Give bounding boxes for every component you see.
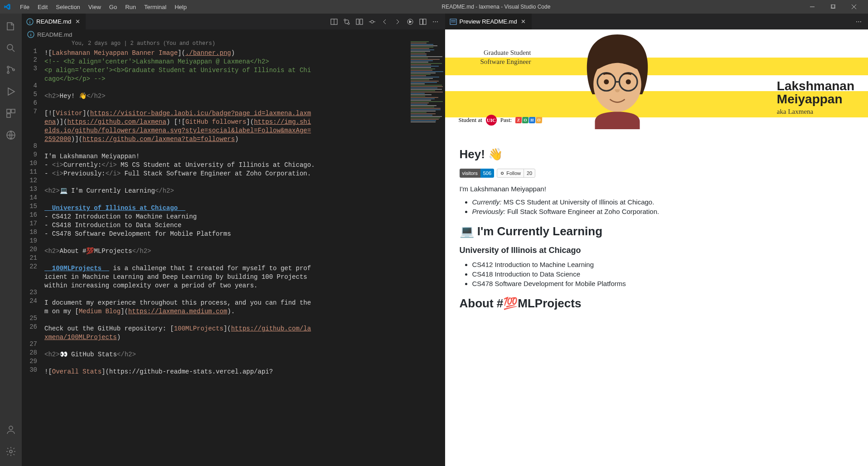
code-line[interactable] [44, 178, 445, 187]
code-line[interactable]: <h2>About #💯MLProjects</h2> [44, 247, 445, 256]
window-title: README.md - laxmena - Visual Studio Code [190, 4, 802, 10]
tab-preview-readme[interactable]: Preview README.md ✕ [445, 14, 532, 29]
menu-help[interactable]: Help [171, 2, 190, 12]
code-line[interactable] [44, 316, 445, 325]
menu-go[interactable]: Go [106, 2, 121, 12]
explorer-icon[interactable] [0, 15, 22, 37]
banner-name: Meiyappan [777, 92, 854, 106]
svg-point-14 [344, 19, 346, 21]
window-controls [802, 0, 864, 14]
editor-tabs: README.md ✕ ⋯ [22, 14, 445, 29]
split-preview-icon[interactable] [329, 17, 339, 27]
code-line[interactable]: __University of Illinois at Chicago__ [44, 204, 445, 213]
svg-rect-6 [7, 109, 10, 113]
close-icon[interactable]: ✕ [520, 18, 527, 25]
split-editor-icon[interactable] [418, 17, 428, 27]
menu-view[interactable]: View [85, 2, 105, 12]
svg-rect-0 [831, 5, 834, 8]
code-line[interactable]: <p align='center'><b>Graduate Student at… [44, 66, 313, 83]
svg-point-10 [9, 426, 13, 430]
activity-bar [0, 14, 22, 466]
code-line[interactable]: __100MLProjects__ is a challenge that I … [44, 264, 313, 290]
code-line[interactable] [44, 195, 445, 204]
code-line[interactable]: I'm Lakshmanan Meiyappan! [44, 152, 445, 161]
code-line[interactable]: <h2>💻 I'm Currently Learning</h2> [44, 187, 445, 195]
heading-learning: 💻 I'm Currently Learning [460, 224, 854, 238]
code-line[interactable]: - <i>Currently:</i> MS CS Student at Uni… [44, 161, 445, 170]
banner-text: Software Engineer [459, 58, 531, 67]
settings-icon[interactable] [0, 441, 22, 462]
code-line[interactable]: - CS412 Introduction to Machine Learning [44, 213, 445, 221]
heading-uic: University of Illinois at Chicago [460, 246, 854, 255]
code-line[interactable]: ![Lakshmanan Meiyappan Banner Image](./b… [44, 49, 445, 58]
svg-rect-7 [11, 109, 15, 113]
code-line[interactable] [44, 101, 445, 109]
run-icon[interactable] [405, 17, 415, 27]
open-changes-icon[interactable] [354, 17, 364, 27]
svg-rect-1 [832, 5, 835, 8]
code-line[interactable]: Check out the GitHub repository: [100MLP… [44, 325, 313, 342]
next-icon[interactable] [393, 17, 402, 27]
code-line[interactable] [44, 144, 445, 152]
maximize-button[interactable] [823, 0, 844, 14]
menu-file[interactable]: File [16, 2, 33, 12]
markdown-preview[interactable]: Graduate Student Software Engineer [445, 29, 868, 466]
code-line[interactable]: <h2>👀 GitHub Stats</h2> [44, 350, 445, 359]
menu-run[interactable]: Run [121, 2, 140, 12]
commit-icon[interactable] [367, 17, 377, 27]
more-icon[interactable]: ⋯ [431, 17, 441, 27]
code-line[interactable]: - CS418 Introduction to Data Science [44, 221, 445, 230]
follow-badge[interactable]: ⭘ Follow 20 [497, 169, 535, 178]
code-line[interactable] [44, 83, 445, 92]
accounts-icon[interactable] [0, 419, 22, 441]
prev-icon[interactable] [380, 17, 390, 27]
svg-rect-17 [360, 19, 363, 24]
run-debug-icon[interactable] [0, 81, 22, 102]
code-line[interactable]: <h2>Hey! 👋</h2> [44, 92, 445, 101]
source-control-icon[interactable] [0, 59, 22, 81]
menu-selection[interactable]: Selection [52, 2, 83, 12]
tab-readme[interactable]: README.md ✕ [22, 14, 86, 29]
search-icon[interactable] [0, 37, 22, 59]
preview-tab-label: Preview README.md [460, 18, 517, 25]
menu-terminal[interactable]: Terminal [141, 2, 170, 12]
menu-edit[interactable]: Edit [34, 2, 51, 12]
extensions-icon[interactable] [0, 102, 22, 124]
code-line[interactable] [44, 290, 445, 299]
avatar-illustration [567, 29, 667, 129]
svg-point-29 [626, 79, 630, 84]
svg-point-18 [371, 20, 373, 23]
code-line[interactable]: - <i>Previously:</i> Full Stack Software… [44, 170, 445, 178]
intro-text: I'm Lakshmanan Meiyappan! [460, 185, 854, 193]
list-item: Previously: Full Stack Software Engineer… [472, 208, 854, 215]
heading-hey: Hey! 👋 [460, 147, 854, 161]
zoho-badge: ZOHO [515, 117, 543, 123]
svg-point-2 [7, 44, 13, 50]
breadcrumb[interactable]: README.md [22, 29, 445, 39]
code-line[interactable] [44, 359, 445, 368]
banner-text: Student at [459, 116, 482, 124]
visitors-badge[interactable]: visitors 506 [460, 169, 495, 178]
code-line[interactable] [44, 256, 445, 264]
code-line[interactable]: ![Overall Stats](https://github-readme-s… [44, 368, 445, 376]
remote-icon[interactable] [0, 124, 22, 146]
vscode-logo-icon [4, 3, 11, 10]
code-line[interactable] [44, 238, 445, 247]
svg-point-15 [348, 23, 349, 24]
close-button[interactable] [844, 0, 864, 14]
code-line[interactable]: [![Visitor](https://visitor-badge.laobi.… [44, 109, 313, 144]
more-icon[interactable]: ⋯ [853, 17, 863, 27]
preview-icon [450, 18, 457, 25]
tab-label: README.md [36, 18, 71, 25]
heading-about: About #💯MLProjects [460, 296, 854, 311]
code-line[interactable]: <!-- <h2 align='center'>Lakshmanan Meiya… [44, 58, 445, 66]
minimize-button[interactable] [802, 0, 823, 14]
code-line[interactable] [44, 342, 445, 350]
editor-pane-left: README.md ✕ ⋯ README.md [22, 14, 445, 466]
code-line[interactable]: - CS478 Software Development for Mobile … [44, 230, 445, 238]
git-compare-icon[interactable] [342, 17, 352, 27]
code-line[interactable]: I document my experience throughout this… [44, 299, 313, 316]
close-icon[interactable]: ✕ [74, 18, 81, 25]
code-editor[interactable]: 123 4567 8910111213141516171819202122 23… [22, 39, 445, 466]
minimap[interactable] [409, 39, 445, 466]
